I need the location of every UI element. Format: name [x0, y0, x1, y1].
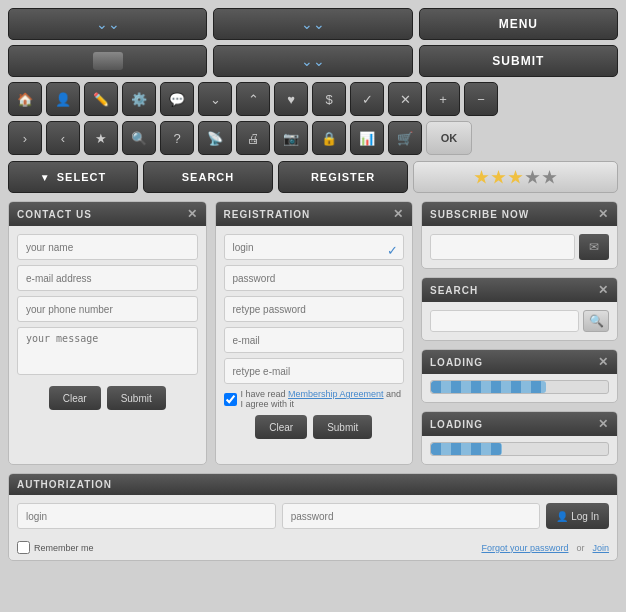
stars-rating[interactable]: ★ ★ ★ ★ ★ — [413, 161, 618, 193]
star-5: ★ — [542, 168, 557, 187]
contact-us-close-button[interactable]: ✕ — [187, 207, 198, 221]
search-icon-btn[interactable]: 🔍 — [122, 121, 156, 155]
bar-btn-1[interactable]: ⌄⌄ — [8, 8, 207, 40]
top-bar-row2: ⌄⌄ SUBMIT — [8, 45, 618, 77]
contact-us-panel: CONTACT US ✕ Clear Submit — [8, 201, 207, 465]
progress-bar-1 — [430, 380, 609, 394]
membership-agreement-link[interactable]: Membership Agreement — [288, 389, 384, 399]
chevron-down-icon-btn[interactable]: ⌄ — [198, 82, 232, 116]
register-button[interactable]: REGISTER — [278, 161, 408, 193]
chevron-double-icon-2: ⌄⌄ — [301, 16, 325, 32]
checkmark-icon: ✓ — [387, 242, 398, 257]
camera-icon-btn[interactable]: 📷 — [274, 121, 308, 155]
arrow-left-icon-btn[interactable]: ‹ — [46, 121, 80, 155]
star-1: ★ — [474, 168, 489, 187]
reg-password-input[interactable] — [224, 265, 405, 291]
search-close-button[interactable]: ✕ — [598, 283, 609, 297]
reg-submit-button[interactable]: Submit — [313, 415, 372, 439]
check-icon-btn[interactable]: ✓ — [350, 82, 384, 116]
bar-btn-2[interactable]: ⌄⌄ — [213, 8, 412, 40]
chevron-double-icon-1: ⌄⌄ — [96, 16, 120, 32]
lock-icon-btn[interactable]: 🔒 — [312, 121, 346, 155]
registration-buttons: Clear Submit — [224, 415, 405, 439]
reg-retype-email-input[interactable] — [224, 358, 405, 384]
your-name-input[interactable] — [17, 234, 198, 260]
star-icon-btn[interactable]: ★ — [84, 121, 118, 155]
phone-number-input[interactable] — [17, 296, 198, 322]
join-link[interactable]: Join — [592, 543, 609, 553]
loading-panel-1: LOADING ✕ — [421, 349, 618, 403]
select-button[interactable]: ▼ SELECT — [8, 161, 138, 193]
login-button[interactable]: 👤 Log In — [546, 503, 609, 529]
contact-buttons: Clear Submit — [17, 386, 198, 410]
subscribe-input[interactable] — [430, 234, 575, 260]
auth-sub-row: Remember me Forgot your password or Join — [9, 537, 617, 560]
loading-close-button-2[interactable]: ✕ — [598, 417, 609, 431]
chat-icon-btn[interactable]: 💬 — [160, 82, 194, 116]
rss-icon-btn[interactable]: 📡 — [198, 121, 232, 155]
cart-icon-btn[interactable]: 🛒 — [388, 121, 422, 155]
subscribe-close-button[interactable]: ✕ — [598, 207, 609, 221]
search-go-button[interactable]: 🔍 — [583, 310, 609, 332]
login-input-wrap: ✓ — [224, 234, 405, 265]
search-input[interactable] — [430, 310, 579, 332]
contact-clear-button[interactable]: Clear — [49, 386, 101, 410]
user-icon-btn[interactable]: 👤 — [46, 82, 80, 116]
contact-us-body: Clear Submit — [9, 226, 206, 418]
minus-icon-btn[interactable]: − — [464, 82, 498, 116]
print-icon-btn[interactable]: 🖨 — [236, 121, 270, 155]
reg-email-input[interactable] — [224, 327, 405, 353]
menu-button[interactable]: MENU — [419, 8, 618, 40]
edit-icon-btn[interactable]: ✏️ — [84, 82, 118, 116]
star-4: ★ — [525, 168, 540, 187]
reg-clear-button[interactable]: Clear — [255, 415, 307, 439]
icon-grid-row1: 🏠 👤 ✏️ ⚙️ 💬 ⌄ ⌃ ♥ $ ✓ ✕ + − — [8, 82, 618, 116]
subscribe-panel: SUBSCRIBE NOW ✕ ✉ — [421, 201, 618, 269]
auth-login-input[interactable] — [17, 503, 276, 529]
help-icon-btn[interactable]: ? — [160, 121, 194, 155]
forgot-password-link[interactable]: Forgot your password — [481, 543, 568, 553]
home-icon-btn[interactable]: 🏠 — [8, 82, 42, 116]
star-3: ★ — [508, 168, 523, 187]
auth-body: 👤 Log In — [9, 495, 617, 537]
submit-button-top[interactable]: SUBMIT — [419, 45, 618, 77]
chart-icon-btn[interactable]: 📊 — [350, 121, 384, 155]
reg-retype-password-input[interactable] — [224, 296, 405, 322]
registration-close-button[interactable]: ✕ — [393, 207, 404, 221]
chevron-up-icon-btn[interactable]: ⌃ — [236, 82, 270, 116]
contact-submit-button[interactable]: Submit — [107, 386, 166, 410]
loading-close-button-1[interactable]: ✕ — [598, 355, 609, 369]
agreement-row: I have read Membership Agreement and I a… — [224, 389, 405, 409]
star-2: ★ — [491, 168, 506, 187]
heart-icon-btn[interactable]: ♥ — [274, 82, 308, 116]
loading-body-1 — [422, 374, 617, 402]
email-address-input[interactable] — [17, 265, 198, 291]
remember-me-checkbox[interactable] — [17, 541, 30, 554]
contact-us-header: CONTACT US ✕ — [9, 202, 206, 226]
progress-bar-2 — [430, 442, 609, 456]
search-button[interactable]: SEARCH — [143, 161, 273, 193]
settings-icon-btn[interactable]: ⚙️ — [122, 82, 156, 116]
dollar-icon-btn[interactable]: $ — [312, 82, 346, 116]
agreement-checkbox[interactable] — [224, 393, 237, 406]
subscribe-send-button[interactable]: ✉ — [579, 234, 609, 260]
loading-panel-2: LOADING ✕ — [421, 411, 618, 465]
registration-panel: REGISTRATION ✕ ✓ I have read Membership … — [215, 201, 414, 465]
close-icon-btn[interactable]: ✕ — [388, 82, 422, 116]
bar-slider-1[interactable] — [8, 45, 207, 77]
reg-login-input[interactable] — [224, 234, 405, 260]
plus-icon-btn[interactable]: + — [426, 82, 460, 116]
search-body: 🔍 — [422, 302, 617, 340]
progress-fill-1 — [431, 381, 546, 393]
ok-icon-btn[interactable]: OK — [426, 121, 472, 155]
message-input[interactable] — [17, 327, 198, 375]
right-panels: SUBSCRIBE NOW ✕ ✉ SEARCH ✕ 🔍 LOADING — [421, 201, 618, 465]
bar-btn-3[interactable]: ⌄⌄ — [213, 45, 412, 77]
arrow-right-icon-btn[interactable]: › — [8, 121, 42, 155]
auth-row: AUTHORIZATION 👤 Log In Remember me Forgo… — [8, 473, 618, 561]
chevron-down-small-icon: ▼ — [40, 172, 51, 183]
subscribe-header: SUBSCRIBE NOW ✕ — [422, 202, 617, 226]
chevron-double-icon-3: ⌄⌄ — [301, 53, 325, 69]
registration-body: ✓ I have read Membership Agreement and I… — [216, 226, 413, 447]
auth-password-input[interactable] — [282, 503, 541, 529]
